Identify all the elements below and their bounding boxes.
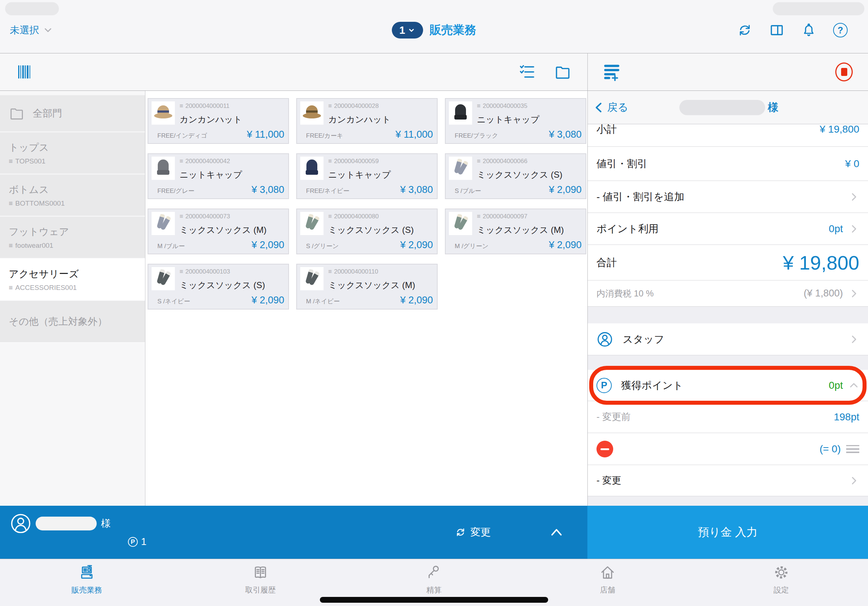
product-price: ¥ 2,090 xyxy=(251,295,284,306)
socks-image xyxy=(152,267,175,290)
product-price: ¥ 2,090 xyxy=(400,295,433,306)
chevron-left-icon xyxy=(593,101,606,114)
points-adjust-row: (= 0) xyxy=(588,433,868,465)
toolbar-left xyxy=(0,53,587,90)
earned-points-row[interactable]: 獲得ポイント 0pt xyxy=(588,370,868,401)
lines-icon xyxy=(328,158,332,165)
sidebar-item-code: ACCESSORIES001 xyxy=(15,284,77,292)
register-number: 1 xyxy=(399,24,405,36)
tax-row[interactable]: 内消費税 10 % (¥ 1,800) xyxy=(588,280,868,307)
ledger-book-icon xyxy=(252,564,269,581)
checklist-icon[interactable] xyxy=(518,63,536,80)
product-variant: S /ネイビー xyxy=(157,297,190,306)
customer-suffix: 様 xyxy=(101,517,111,530)
chevron-right-icon xyxy=(848,192,859,203)
sidebar-item-all-departments[interactable]: 全部門 xyxy=(0,95,145,132)
add-discount-label: - 値引・割引を追加 xyxy=(597,190,684,204)
product-name: ニットキャップ xyxy=(328,169,391,181)
socks-image xyxy=(300,267,324,290)
product-price: ¥ 2,090 xyxy=(400,240,433,251)
product-card[interactable]: 2000004000073 ミックスソックス (M) M /ブルー ¥ 2,09… xyxy=(147,209,289,254)
sidebar-item-label: 全部門 xyxy=(33,107,62,120)
cart-panel: 戻る 様 小計 ¥ 19,800 値引・割引 ¥ 0 - 値引・割引を追加 ポイ… xyxy=(587,91,868,506)
points-before-change-row: - 変更前 198pt xyxy=(588,401,868,433)
tax-value: (¥ 1,800) xyxy=(804,288,843,299)
chevron-right-icon xyxy=(848,223,859,234)
help-icon[interactable] xyxy=(833,23,848,37)
deposit-input-button[interactable]: 預り金 入力 xyxy=(587,506,868,559)
home-indicator[interactable] xyxy=(320,597,548,603)
product-thumbnail xyxy=(449,212,472,235)
product-thumbnail xyxy=(152,267,175,290)
lines-icon xyxy=(328,213,332,220)
product-card[interactable]: 2000004000097 ミックスソックス (M) M /グリーン ¥ 2,0… xyxy=(445,209,586,254)
product-variant: M /ブルー xyxy=(157,242,184,250)
sidebar-item-bottoms[interactable]: ボトムス BOTTOMS0001 xyxy=(0,175,145,216)
product-card[interactable]: 2000004000059 ニットキャップ FREE/ネイビー ¥ 3,080 xyxy=(296,153,438,199)
back-button[interactable]: 戻る xyxy=(593,100,628,115)
barcode-icon[interactable] xyxy=(16,63,33,80)
sidebar-item-other[interactable]: その他（売上対象外） xyxy=(0,301,145,343)
sidebar-item-footwear[interactable]: フットウェア footwear001 xyxy=(0,216,145,259)
subtotal-row: 小計 ¥ 19,800 xyxy=(588,124,868,147)
product-card[interactable]: 2000004000035 ニットキャップ FREE/ブラック ¥ 3,080 xyxy=(445,98,586,144)
sidebar-item-accessories[interactable]: アクセサリーズ ACCESSORIES001 xyxy=(0,259,145,301)
hat-image xyxy=(152,101,175,125)
product-name: ミックスソックス (S) xyxy=(328,224,414,236)
customer-change-button[interactable]: 変更 xyxy=(455,526,491,539)
product-card[interactable]: 2000004000011 カンカンハット FREE/インディゴ ¥ 11,00… xyxy=(147,98,289,144)
tab-label: 取引履歴 xyxy=(245,585,276,595)
customer-bar[interactable]: 様 1 変更 xyxy=(0,506,587,559)
product-variant: S /ブルー xyxy=(455,187,481,195)
product-variant: M /グリーン xyxy=(455,242,488,250)
drag-handle-icon[interactable] xyxy=(846,445,859,453)
remove-minus-button[interactable] xyxy=(597,441,613,458)
product-variant: M /ネイビー xyxy=(306,297,340,306)
top-nav-bar: 未選択 1 販売業務 xyxy=(0,19,868,42)
product-card[interactable]: 2000004000028 カンカンハット FREE/カーキ ¥ 11,000 xyxy=(296,98,438,144)
product-card[interactable]: 2000004000066 ミックスソックス (S) S /ブルー ¥ 2,09… xyxy=(445,153,586,199)
product-card[interactable]: 2000004000110 ミックスソックス (M) M /ネイビー ¥ 2,0… xyxy=(296,264,438,309)
product-name: カンカンハット xyxy=(328,114,391,125)
sidebar-item-label: ボトムス xyxy=(9,183,136,196)
product-code: 2000004000011 xyxy=(185,102,230,110)
sidebar-item-tops[interactable]: トップス TOPS001 xyxy=(0,132,145,175)
stop-square-icon xyxy=(841,68,847,76)
list-add-icon[interactable] xyxy=(603,63,621,81)
product-variant: FREE/カーキ xyxy=(306,131,343,140)
register-number-badge[interactable]: 1 xyxy=(392,22,423,39)
lines-icon xyxy=(180,213,183,220)
discount-value: ¥ 0 xyxy=(845,158,859,170)
tab-settings[interactable]: 設定 xyxy=(694,559,868,606)
beanie-image xyxy=(300,156,324,180)
page-title: 販売業務 xyxy=(429,22,476,38)
points-change-row[interactable]: - 変更 xyxy=(588,465,868,496)
product-price: ¥ 11,000 xyxy=(247,129,284,140)
recording-stop-button[interactable] xyxy=(835,62,853,81)
socks-image xyxy=(449,212,472,235)
staff-row[interactable]: スタッフ xyxy=(588,323,868,355)
collapse-chevron-icon[interactable] xyxy=(549,525,564,540)
toolbar-cart xyxy=(587,53,868,90)
add-discount-row[interactable]: - 値引・割引を追加 xyxy=(588,181,868,213)
product-card[interactable]: 2000004000080 ミックスソックス (S) S /グリーン ¥ 2,0… xyxy=(296,209,438,254)
points-p-icon xyxy=(597,378,612,393)
split-view-icon[interactable] xyxy=(769,23,784,38)
product-name: ミックスソックス (M) xyxy=(477,224,564,236)
customer-name[interactable]: 様 xyxy=(679,100,778,115)
sidebar-item-code: TOPS001 xyxy=(15,157,45,165)
product-price: ¥ 2,090 xyxy=(549,240,581,251)
folder-icon[interactable] xyxy=(554,63,571,80)
product-card[interactable]: 2000004000042 ニットキャップ FREE/グレー ¥ 3,080 xyxy=(147,153,289,199)
earned-points-label: 獲得ポイント xyxy=(621,379,684,393)
points-use-row[interactable]: ポイント利用 0pt xyxy=(588,213,868,245)
bell-icon[interactable] xyxy=(801,23,816,38)
tab-sales[interactable]: 販売業務 xyxy=(0,559,174,606)
customer-suffix: 様 xyxy=(768,100,778,115)
product-thumbnail xyxy=(152,156,175,180)
refresh-icon[interactable] xyxy=(737,23,752,38)
cash-register-icon xyxy=(78,564,95,581)
product-card[interactable]: 2000004000103 ミックスソックス (S) S /ネイビー ¥ 2,0… xyxy=(147,264,289,309)
folder-icon xyxy=(9,105,25,121)
product-name: ミックスソックス (S) xyxy=(477,169,562,181)
